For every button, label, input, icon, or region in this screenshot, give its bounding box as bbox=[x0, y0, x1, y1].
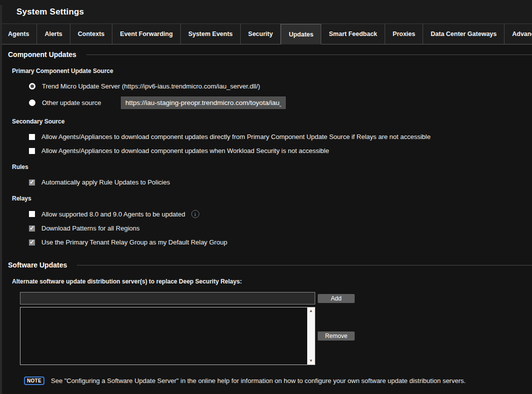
tab-advanced[interactable]: Advanced bbox=[505, 24, 532, 44]
tab-event-forwarding[interactable]: Event Forwarding bbox=[112, 24, 181, 44]
radio-trend-micro-update-server[interactable] bbox=[29, 83, 35, 90]
scroll-down-icon[interactable]: ▼ bbox=[309, 358, 313, 364]
tab-data-center-gateways[interactable]: Data Center Gateways bbox=[423, 24, 505, 44]
radio-other-source-label: Other update source bbox=[42, 99, 121, 106]
note-row: NOTE See "Configuring a Software Update … bbox=[24, 376, 532, 385]
checkbox-label: Use the Primary Tenant Relay Group as my… bbox=[41, 238, 227, 246]
alternate-server-input[interactable] bbox=[20, 292, 315, 304]
checkbox-row: Allow supported 8.0 and 9.0 Agents to be… bbox=[29, 210, 532, 218]
section-divider bbox=[77, 265, 532, 266]
checkbox-allow-legacy-agents-update[interactable] bbox=[29, 211, 35, 217]
secondary-source-subheader: Secondary Source bbox=[12, 118, 532, 125]
radio-row-trend-micro: Trend Micro Update Server (https://ipv6-… bbox=[29, 82, 532, 90]
server-list-row: ▲ ▼ Remove bbox=[20, 307, 532, 365]
tab-agents[interactable]: Agents bbox=[0, 24, 37, 44]
server-listbox[interactable]: ▲ ▼ bbox=[20, 307, 315, 365]
tab-alerts[interactable]: Alerts bbox=[37, 24, 70, 44]
info-icon[interactable]: i bbox=[191, 210, 199, 218]
tab-system-events[interactable]: System Events bbox=[181, 24, 241, 44]
other-update-source-input[interactable] bbox=[121, 96, 286, 109]
checkbox-row: Download Patterns for all Regions bbox=[29, 224, 532, 232]
page-title: System Settings bbox=[16, 7, 84, 17]
checkbox-label: Allow Agents/Appliances to download comp… bbox=[41, 133, 431, 140]
checkbox-allow-direct-primary-download[interactable] bbox=[29, 134, 35, 140]
checkbox-label: Download Patterns for all Regions bbox=[41, 224, 140, 232]
software-updates-section-header: Software Updates bbox=[8, 260, 532, 270]
radio-row-other-source: Other update source bbox=[29, 96, 532, 109]
tab-bar: Agents Alerts Contexts Event Forwarding … bbox=[0, 24, 532, 44]
checkbox-auto-apply-rule-updates[interactable] bbox=[29, 180, 35, 186]
tab-proxies[interactable]: Proxies bbox=[385, 24, 423, 44]
checkbox-label: Automatically apply Rule Updates to Poli… bbox=[41, 178, 170, 186]
checkbox-allow-download-when-ws-inaccessible[interactable] bbox=[29, 148, 35, 154]
listbox-scrollbar[interactable]: ▲ ▼ bbox=[307, 308, 315, 364]
checkbox-use-primary-tenant-relay-group[interactable] bbox=[29, 240, 35, 246]
checkbox-row: Use the Primary Tenant Relay Group as my… bbox=[29, 238, 532, 246]
relays-subheader: Relays bbox=[12, 195, 532, 202]
tab-security[interactable]: Security bbox=[241, 24, 281, 44]
window-left-edge bbox=[0, 5, 2, 394]
checkbox-label: Allow supported 8.0 and 9.0 Agents to be… bbox=[41, 210, 185, 218]
checkbox-download-patterns-all-regions[interactable] bbox=[29, 226, 35, 232]
remove-button[interactable]: Remove bbox=[318, 332, 355, 340]
checkbox-row: Automatically apply Rule Updates to Poli… bbox=[29, 178, 532, 186]
tab-smart-feedback[interactable]: Smart Feedback bbox=[321, 24, 385, 44]
alternate-servers-label: Alternate software update distribution s… bbox=[12, 278, 532, 285]
add-button[interactable]: Add bbox=[318, 294, 355, 303]
tab-updates[interactable]: Updates bbox=[281, 24, 321, 44]
settings-content: Component Updates Primary Component Upda… bbox=[0, 50, 532, 385]
radio-other-update-source[interactable] bbox=[29, 100, 35, 106]
rules-subheader: Rules bbox=[12, 164, 532, 170]
page-header: System Settings bbox=[0, 0, 532, 24]
component-updates-section-header: Component Updates bbox=[8, 50, 532, 60]
note-text: See "Configuring a Software Update Serve… bbox=[51, 377, 466, 384]
tab-contexts[interactable]: Contexts bbox=[70, 24, 112, 44]
checkbox-row: Allow Agents/Appliances to download comp… bbox=[29, 133, 532, 140]
checkbox-row: Allow Agents/Appliances to download comp… bbox=[29, 147, 532, 154]
checkbox-label: Allow Agents/Appliances to download comp… bbox=[41, 147, 329, 154]
software-updates-title: Software Updates bbox=[8, 261, 67, 269]
radio-trend-micro-label: Trend Micro Update Server (https://ipv6-… bbox=[42, 82, 260, 90]
scroll-up-icon[interactable]: ▲ bbox=[309, 308, 313, 314]
primary-source-subheader: Primary Component Update Source bbox=[12, 68, 532, 74]
component-updates-title: Component Updates bbox=[8, 50, 76, 58]
note-badge: NOTE bbox=[24, 376, 44, 385]
section-divider bbox=[86, 54, 532, 55]
add-server-row: Add bbox=[20, 292, 532, 304]
